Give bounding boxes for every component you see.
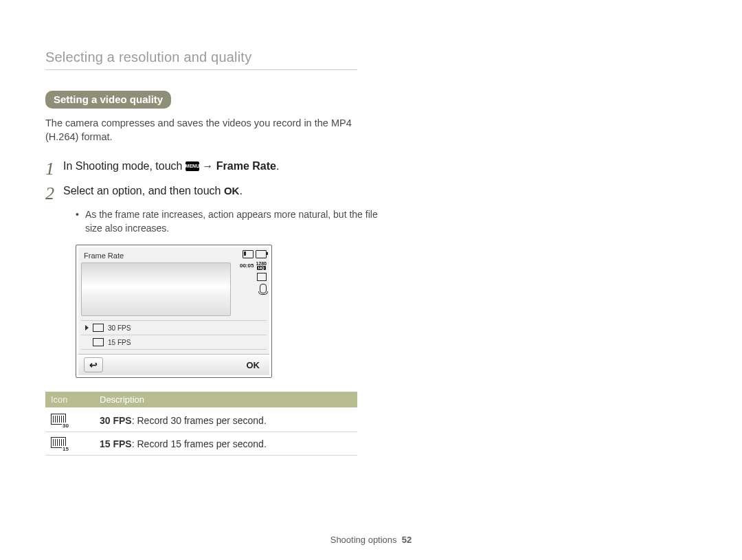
back-button[interactable]: ↩ [84,357,103,372]
shot-time: 00:05 [240,262,254,269]
step-1-post: . [276,160,279,172]
description-table: Icon Description 30 30 FPS: Record 30 fr… [45,392,357,456]
back-arrow-icon: ↩ [89,359,98,370]
ok-inline-icon: OK [224,185,240,197]
step-1-arrow: → [199,160,216,172]
fps-icon: 15 [51,437,66,448]
storage-icon [243,250,254,258]
breadcrumb-rule [45,69,357,70]
table-row: 15 15 FPS: Record 15 frames per second. [45,432,357,456]
footer-page-number: 52 [402,535,412,545]
list-item[interactable]: 30 FPS [81,320,267,335]
ok-button[interactable]: OK [243,359,265,372]
step-1-bold: Frame Rate [216,160,276,172]
table-row: 30 30 FPS: Record 30 frames per second. [45,407,357,432]
row-rest: : Record 30 frames per second. [132,415,267,426]
fps-label: 30 FPS [108,324,131,332]
step-1-text: In Shooting mode, touch MENU → Frame Rat… [63,159,279,174]
hq-badge: HQ [257,266,266,270]
step-2-bullet: • As the frame rate increases, action ap… [76,208,378,235]
step-1-pre: In Shooting mode, touch [63,160,186,172]
table-head-description: Description [94,392,357,407]
fps-icon [93,338,104,346]
footer-section: Shooting options [330,535,397,545]
step-2-bullet-text: As the frame rate increases, action appe… [85,208,378,235]
list-item[interactable]: 15 FPS [81,335,267,350]
section-pill: Setting a video quality [45,91,171,109]
shot-title: Frame Rate [81,250,231,262]
shot-status-column: 00:05 1280 HQ [234,247,269,319]
shot-preview-area [81,262,231,316]
page-footer: Shooting options 52 [0,535,742,545]
bullet-dot: • [76,208,85,235]
selected-indicator-icon [85,325,89,331]
table-head-icon: Icon [45,392,94,407]
fps-icon-sub: 30 [62,423,69,429]
fps-label: 15 FPS [108,339,131,346]
step-2-text: Select an option, and then touch OK. [63,183,243,199]
row-rest: : Record 15 frames per second. [132,438,267,449]
fps-icon [93,324,104,332]
microphone-icon [260,284,267,293]
camera-screenshot: Frame Rate 00:05 1280 HQ [76,245,272,378]
step-2-pre: Select an option, and then touch [63,185,224,197]
page-breadcrumb: Selecting a resolution and quality [45,49,693,68]
battery-icon [256,250,267,258]
step-2: 2 Select an option, and then touch OK. [45,183,693,203]
row-bold: 15 FPS [100,438,132,449]
fps-icon-sub: 15 [62,446,69,452]
frame-rate-list: 30 FPS 15 FPS [81,320,267,352]
step-2-post: . [239,185,242,197]
fps-icon: 30 [51,414,66,425]
step-2-number: 2 [45,183,63,203]
quality-icon [257,273,267,281]
step-1-number: 1 [45,159,63,178]
row-bold: 30 FPS [100,415,132,426]
step-1: 1 In Shooting mode, touch MENU → Frame R… [45,159,693,178]
intro-text: The camera compresses and saves the vide… [45,117,361,144]
menu-icon: MENU [186,161,199,171]
shot-resolution: 1280 [256,261,267,266]
